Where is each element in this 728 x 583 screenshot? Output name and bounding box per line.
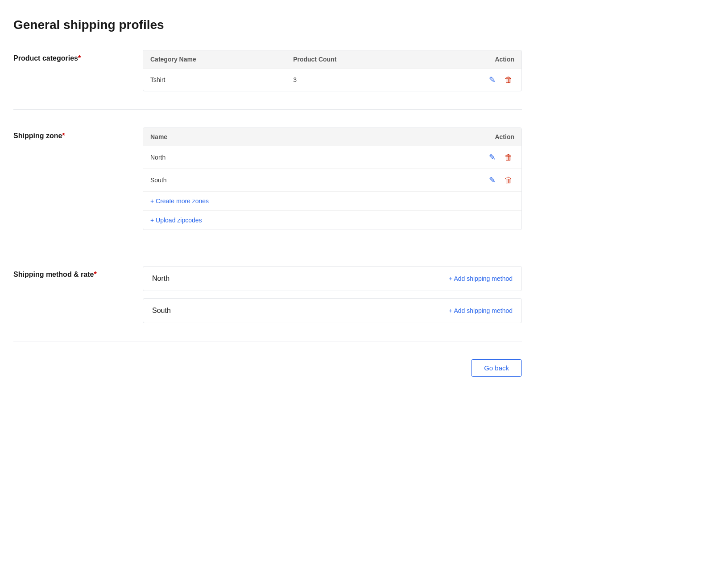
edit-icon-south: ✎: [489, 175, 496, 185]
category-name-cell: Tshirt: [143, 69, 286, 91]
delete-icon-north: 🗑: [505, 153, 513, 162]
edit-icon-north: ✎: [489, 152, 496, 162]
shipping-method-rate-section: Shipping method & rate* North + Add ship…: [13, 266, 522, 341]
add-shipping-method-south-button[interactable]: + Add shipping method: [449, 307, 513, 314]
required-star: *: [78, 54, 81, 62]
zone-name-north: North: [152, 275, 170, 283]
delete-south-button[interactable]: 🗑: [499, 175, 514, 186]
col-action-2: Action: [306, 128, 521, 146]
create-more-zones-row: + Create more zones: [143, 191, 521, 210]
shipping-method-cards: North + Add shipping method South + Add …: [143, 266, 522, 323]
edit-icon: ✎: [489, 75, 496, 85]
zone-name-cell: South: [143, 169, 306, 192]
shipping-zone-table-container: Name Action North ✎ 🗑: [143, 127, 522, 230]
product-categories-label: Product categories*: [13, 50, 125, 62]
shipping-zone-section: Shipping zone* Name Action North ✎: [13, 127, 522, 248]
page-title: General shipping profiles: [13, 18, 522, 32]
required-star-3: *: [94, 271, 96, 278]
delete-icon-south: 🗑: [505, 176, 513, 185]
edit-category-button[interactable]: ✎: [487, 74, 497, 86]
delete-category-button[interactable]: 🗑: [499, 74, 514, 86]
action-cell-north: ✎ 🗑: [306, 146, 521, 169]
table-row: South ✎ 🗑: [143, 169, 521, 192]
zone-name-cell: North: [143, 146, 306, 169]
shipping-method-label: Shipping method & rate*: [13, 266, 125, 279]
footer: Go back: [13, 359, 522, 377]
table-row: Tshirt 3 ✎ 🗑: [143, 69, 521, 91]
shipping-method-card-south: South + Add shipping method: [143, 298, 522, 323]
edit-south-button[interactable]: ✎: [487, 174, 497, 186]
upload-zipcodes-button[interactable]: + Upload zipcodes: [150, 217, 202, 224]
table-row: North ✎ 🗑: [143, 146, 521, 169]
delete-north-button[interactable]: 🗑: [499, 152, 514, 163]
col-category-name: Category Name: [143, 50, 286, 69]
action-cell: ✎ 🗑: [423, 69, 521, 91]
col-zone-name: Name: [143, 128, 306, 146]
product-count-cell: 3: [286, 69, 423, 91]
col-action-1: Action: [423, 50, 521, 69]
upload-zipcodes-row: + Upload zipcodes: [143, 210, 521, 230]
shipping-zone-table: Name Action North ✎ 🗑: [143, 128, 521, 191]
shipping-method-card-north: North + Add shipping method: [143, 266, 522, 291]
product-categories-table-container: Category Name Product Count Action Tshir…: [143, 50, 522, 91]
go-back-button[interactable]: Go back: [471, 359, 522, 377]
col-product-count: Product Count: [286, 50, 423, 69]
add-shipping-method-north-button[interactable]: + Add shipping method: [449, 275, 513, 282]
required-star-2: *: [62, 132, 65, 140]
product-categories-section: Product categories* Category Name Produc…: [13, 50, 522, 110]
product-categories-table: Category Name Product Count Action Tshir…: [143, 50, 521, 91]
delete-icon: 🗑: [505, 75, 513, 85]
create-more-zones-button[interactable]: + Create more zones: [150, 197, 209, 205]
action-cell-south: ✎ 🗑: [306, 169, 521, 192]
edit-north-button[interactable]: ✎: [487, 152, 497, 163]
zone-name-south: South: [152, 307, 171, 315]
shipping-zone-label: Shipping zone*: [13, 127, 125, 140]
